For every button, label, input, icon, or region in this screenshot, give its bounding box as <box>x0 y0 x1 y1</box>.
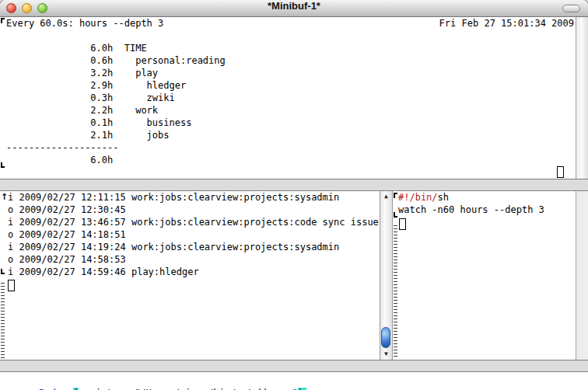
script-hollow-cursor <box>399 218 406 230</box>
tree-line: 3.2h play <box>6 67 576 79</box>
tree-line: 2.2h work <box>6 104 576 117</box>
buffer-bottom-angle-icon <box>1 269 5 274</box>
terminal-scrollbar[interactable] <box>576 17 588 179</box>
scroll-down-arrow-icon[interactable]: ▼ <box>380 350 392 359</box>
emacs-frame: *Minibuf-1* Every 60.0s: hours --depth 3… <box>0 0 588 390</box>
tree-line: 2.1h jobs <box>6 129 576 141</box>
minimize-button[interactable] <box>22 3 32 13</box>
timelog-line: o 2009/02/27 14:58:53 <box>8 253 380 266</box>
zoom-button[interactable] <box>37 3 47 13</box>
shebang-comment: #!/bin/ <box>398 192 438 203</box>
watch-timestamp: Fri Feb 27 15:01:34 2009 <box>439 17 574 30</box>
timelog-line: o 2009/02/27 12:30:45 <box>8 204 380 216</box>
blank-line <box>0 30 576 42</box>
timelog-line: i 2009/02/27 13:46:57 work:jobs:clearvie… <box>8 216 380 228</box>
tree-line: 6.0h <box>6 154 576 166</box>
timelog-line: i 2009/02/27 14:59:46 play:hledger <box>8 266 380 278</box>
minibuffer[interactable]: Redo: (ansi-term "/Users/simon/bin/watch… <box>0 372 588 390</box>
watch-command-text: Every 60.0s: hours --depth 3 <box>6 17 163 30</box>
script-scrollbar[interactable] <box>576 191 588 360</box>
buffer-bottom-angle-icon <box>1 162 5 168</box>
timelog-modeline[interactable]: --:-- current.timelog Bot (3726,0) darcs… <box>0 360 394 372</box>
script-modeline[interactable]: --:-- watchhours All (3,0) <box>394 360 588 372</box>
fringe-up-arrow-icon: ↑ <box>1 193 8 201</box>
timelog-scrollbar[interactable]: ▲ ▼ <box>380 191 393 360</box>
tree-line: 0.3h zwiki <box>6 92 576 104</box>
toolbar-toggle-button[interactable] <box>562 5 580 12</box>
shebang-interpreter: sh <box>438 192 449 203</box>
script-line: watch -n60 hours --depth 3 <box>398 204 576 216</box>
empty-lines-fringe-icon <box>1 283 5 358</box>
tree-line: -------------------- <box>6 141 576 154</box>
buffer-bottom-angle-icon <box>394 212 397 218</box>
timelog-line: i 2009/02/27 14:19:24 work:jobs:clearvie… <box>8 241 380 253</box>
terminal-modeline[interactable]: -u:** *ansi-term* All (13,101) (Term: ch… <box>0 179 588 191</box>
timelog-line: o 2009/02/27 14:18:51 <box>8 228 380 241</box>
script-window[interactable]: #!/bin/sh watch -n60 hours --depth 3 <box>393 191 576 360</box>
terminal-window[interactable]: Every 60.0s: hours --depth 3 Fri Feb 27 … <box>0 17 576 179</box>
frame-content: Every 60.0s: hours --depth 3 Fri Feb 27 … <box>0 17 588 390</box>
empty-lines-fringe-icon <box>394 225 397 357</box>
tree-line: 2.9h hledger <box>6 79 576 92</box>
titlebar[interactable]: *Minibuf-1* <box>0 0 588 17</box>
timelog-hollow-cursor <box>8 280 15 291</box>
close-button[interactable] <box>6 3 16 13</box>
tree-line: 0.6h personal:reading <box>6 54 576 67</box>
buffer-top-angle-icon <box>394 193 397 198</box>
shebang-line: #!/bin/sh <box>398 191 576 204</box>
buffer-top-angle-icon <box>1 18 5 23</box>
scroll-up-arrow-icon[interactable]: ▲ <box>380 192 392 201</box>
scrollbar-thumb[interactable] <box>381 327 390 348</box>
timelog-line: i 2009/02/27 12:11:15 work:jobs:clearvie… <box>8 191 380 204</box>
timelog-window[interactable]: i 2009/02/27 12:11:15 work:jobs:clearvie… <box>0 191 380 360</box>
terminal-hollow-cursor <box>557 166 564 178</box>
tree-line: 6.0h TIME <box>6 42 576 54</box>
tree-line: 0.1h business <box>6 117 576 129</box>
window-title: *Minibuf-1* <box>0 0 588 12</box>
